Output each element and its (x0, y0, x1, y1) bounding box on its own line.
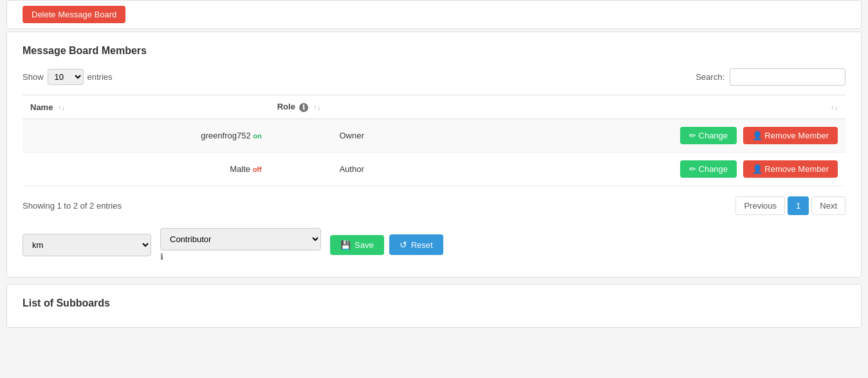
search-input[interactable] (730, 68, 845, 86)
table-controls: Show 10 25 50 100 entries Search: (23, 68, 845, 86)
previous-button[interactable]: Previous (735, 196, 785, 215)
role-info-icon: ℹ (299, 103, 308, 112)
member-status: on (253, 132, 261, 140)
pencil-icon: ✏ (689, 164, 696, 174)
members-table: Name ↑↓ Role ℹ ↑↓ ↑↓ greenfrog752 on Own… (23, 95, 845, 186)
show-entries-select[interactable]: 10 25 50 100 (48, 69, 84, 85)
table-row: Malte off Author ✏ Change 👤 Remove Membe… (23, 153, 845, 186)
member-name-cell: Malte off (23, 153, 270, 186)
pagination: Previous 1 Next (735, 196, 845, 215)
member-action-cell: ✏ Change 👤 Remove Member (434, 153, 845, 186)
member-role: Owner (339, 131, 364, 140)
remove-member-button[interactable]: 👤 Remove Member (743, 160, 838, 178)
user-minus-icon: 👤 (752, 164, 762, 174)
member-name-cell: greenfrog752 on (23, 119, 270, 153)
pencil-icon: ✏ (689, 131, 696, 140)
change-button[interactable]: ✏ Change (680, 127, 737, 144)
col-header-role: Role ℹ ↑↓ (270, 95, 434, 119)
save-button[interactable]: Save (330, 235, 384, 255)
add-member-row: km Contributor Author Owner ℹ Save Reset (23, 228, 845, 261)
actions-sort-icon: ↑↓ (831, 104, 838, 111)
member-action-cell: ✏ Change 👤 Remove Member (434, 119, 845, 153)
change-button[interactable]: ✏ Change (680, 160, 737, 178)
role-select-wrap: Contributor Author Owner ℹ (160, 228, 321, 261)
name-sort-icon[interactable]: ↑↓ (58, 104, 65, 111)
role-sort-icon[interactable]: ↑↓ (313, 103, 320, 111)
col-header-actions: ↑↓ (434, 95, 845, 119)
role-info-icon-bottom: ℹ (160, 252, 321, 261)
subboards-title: List of Subboards (23, 298, 845, 309)
reset-button[interactable]: Reset (389, 234, 443, 255)
delete-board-button[interactable]: Delete Message Board (23, 6, 125, 23)
member-status: off (253, 165, 262, 173)
subboards-card: List of Subboards (6, 284, 862, 328)
user-select[interactable]: km (23, 234, 151, 256)
member-name: greenfrog752 (201, 131, 250, 140)
page-1-button[interactable]: 1 (788, 196, 809, 215)
user-minus-icon: 👤 (752, 131, 762, 140)
role-select[interactable]: Contributor Author Owner (160, 228, 321, 250)
remove-member-button[interactable]: 👤 Remove Member (743, 127, 838, 144)
entries-label: entries (88, 72, 113, 82)
members-card: Message Board Members Show 10 25 50 100 … (6, 32, 862, 278)
member-role-cell: Author (270, 153, 434, 186)
member-name: Malte (230, 164, 250, 174)
reset-icon (400, 240, 407, 250)
reset-label: Reset (411, 240, 433, 250)
members-section-title: Message Board Members (23, 45, 845, 57)
show-label: Show (23, 72, 44, 82)
next-button[interactable]: Next (811, 196, 845, 215)
table-row: greenfrog752 on Owner ✏ Change 👤 Remove … (23, 119, 845, 153)
show-entries-control: Show 10 25 50 100 entries (23, 69, 113, 85)
table-footer: Showing 1 to 2 of 2 entries Previous 1 N… (23, 196, 845, 215)
member-role: Author (339, 164, 364, 174)
search-box: Search: (696, 68, 845, 86)
save-icon (340, 240, 351, 250)
col-header-name: Name ↑↓ (23, 95, 270, 119)
search-label: Search: (696, 72, 725, 82)
member-role-cell: Owner (270, 119, 434, 153)
save-label: Save (355, 240, 374, 250)
showing-text: Showing 1 to 2 of 2 entries (23, 201, 122, 211)
